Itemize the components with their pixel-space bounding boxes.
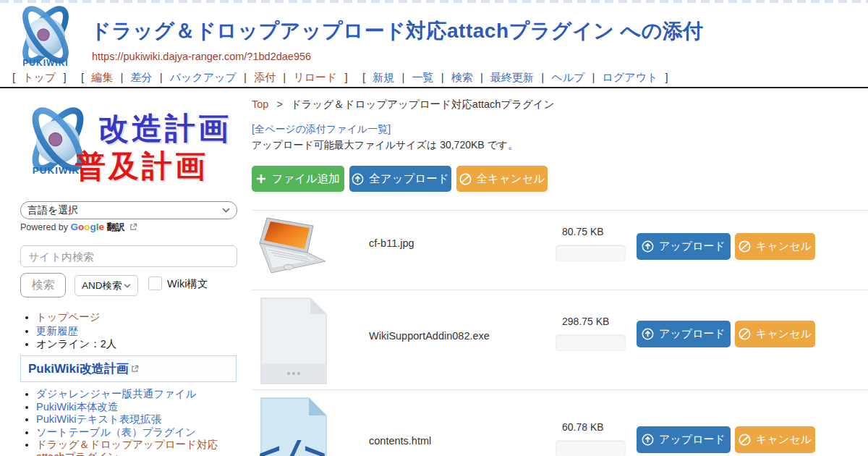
- upload-circle-icon: [642, 328, 654, 340]
- google-logo: o: [84, 221, 90, 232]
- max-upload-size-text: アップロード可能最大ファイルサイズは 30,720KB です。: [252, 139, 518, 152]
- project-box[interactable]: PukiWiki改造計画: [20, 355, 237, 382]
- sidebar-link-text-ext[interactable]: PukiWikiテキスト表現拡張: [36, 413, 161, 425]
- file-size: 60.78 KB: [562, 421, 604, 433]
- svg-text:PUKIWIKI: PUKIWIKI: [22, 58, 68, 68]
- nav-link-recent[interactable]: 最終更新: [490, 71, 534, 83]
- upload-file-button[interactable]: アップロード: [637, 233, 731, 260]
- nav-link-search[interactable]: 検索: [451, 71, 473, 83]
- external-link-icon: [131, 365, 139, 373]
- wiki-syntax-label: Wiki構文: [167, 277, 208, 291]
- list-item: ソートテーブル（表）プラグイン: [36, 426, 239, 439]
- cancel-all-button[interactable]: 全キャンセル: [456, 166, 548, 192]
- upload-circle-icon: [642, 240, 654, 253]
- upload-label: アップロード: [659, 240, 726, 253]
- cancel-circle-icon: [739, 240, 751, 253]
- search-button[interactable]: 検索: [20, 273, 66, 297]
- breadcrumb-separator: >: [276, 98, 282, 110]
- powered-by-text: Powered by: [20, 222, 68, 232]
- nav-pipe: |: [120, 71, 123, 83]
- nav-pipe: |: [160, 71, 163, 83]
- plus-icon: [256, 174, 266, 184]
- add-file-button[interactable]: ファイル追加: [252, 166, 344, 192]
- nav-pipe: |: [401, 71, 404, 83]
- file-name: WikiSupportAddin082.exe: [369, 330, 490, 342]
- upload-all-label: 全アップロード: [369, 172, 448, 187]
- sidebar-top-links: トップページ 更新履歴 オンライン：2人: [23, 311, 239, 352]
- nav-bracket: ]: [345, 71, 348, 83]
- top-navigation: [ トップ ] [ 編集 | 差分 | バックアップ | 添付 | リロード ]…: [10, 71, 671, 85]
- html-file-icon: </>: [257, 395, 329, 456]
- cancel-circle-icon: [739, 328, 751, 340]
- upload-all-button[interactable]: 全アップロード: [349, 166, 451, 192]
- cancel-label: キャンセル: [756, 327, 812, 341]
- nav-link-help[interactable]: ヘルプ: [551, 71, 584, 83]
- banner-text-fukyu: 普及計画: [75, 146, 208, 187]
- google-logo: G: [71, 221, 79, 232]
- nav-link-top[interactable]: トップ: [22, 71, 56, 83]
- file-size: 298.75 KB: [562, 316, 609, 327]
- pukiwiki-logo[interactable]: PUKIWIKI: [13, 4, 78, 74]
- search-mode-select[interactable]: AND検索: [75, 275, 138, 296]
- svg-text:</>: </>: [258, 433, 326, 456]
- nav-bracket: [: [81, 71, 84, 83]
- file-size: 80.75 KB: [562, 226, 604, 237]
- list-item: オンライン：2人: [36, 338, 239, 351]
- cancel-file-button[interactable]: キャンセル: [735, 233, 815, 260]
- file-row: WikiSupportAddin082.exe 298.75 KB アップロード…: [252, 290, 868, 389]
- file-name: cf-b11.jpg: [369, 237, 414, 249]
- cancel-file-button[interactable]: キャンセル: [735, 321, 815, 347]
- sidebar-link-toppage[interactable]: トップページ: [36, 311, 101, 323]
- wiki-syntax-checkbox[interactable]: [148, 276, 162, 290]
- site-search-input[interactable]: [20, 245, 237, 267]
- nav-bracket: ]: [665, 71, 668, 83]
- list-item: PukiWikiテキスト表現拡張: [36, 413, 239, 426]
- page-url-link[interactable]: https://pukiwiki.dajya-ranger.com/?1bd2d…: [92, 51, 311, 62]
- all-pages-attach-list-link[interactable]: [全ページの添付ファイル一覧]: [252, 123, 391, 136]
- nav-link-list[interactable]: 一覧: [412, 71, 434, 83]
- upload-label: アップロード: [659, 433, 726, 447]
- nav-link-edit[interactable]: 編集: [91, 71, 113, 83]
- atom-icon: PUKIWIKI: [13, 4, 78, 71]
- sidebar-link-sort-table[interactable]: ソートテーブル（表）プラグイン: [36, 426, 196, 438]
- nav-link-diff[interactable]: 差分: [131, 71, 153, 83]
- file-row: </> contents.html 60.78 KB アップロード キャンセル: [252, 389, 868, 456]
- cancel-file-button[interactable]: キャンセル: [735, 426, 815, 453]
- generic-file-icon: [257, 295, 329, 389]
- nav-bracket: [: [12, 71, 15, 83]
- upload-progress-bar: [556, 245, 626, 261]
- upload-file-button[interactable]: アップロード: [637, 321, 731, 347]
- cancel-all-label: 全キャンセル: [477, 172, 545, 187]
- list-item: トップページ: [36, 311, 239, 324]
- sidebar-link-common-files[interactable]: ダジャレンジャー版共通ファイル: [36, 388, 196, 400]
- chevron-down-icon: [124, 284, 131, 288]
- google-logo: g: [90, 221, 96, 232]
- chevron-down-icon: [222, 208, 230, 213]
- sidebar-link-dnd-attach[interactable]: ドラッグ＆ドロップアップロード対応attachプラグイン: [36, 439, 218, 456]
- sidebar-link-core-mod[interactable]: PukiWiki本体改造: [36, 401, 119, 413]
- cancel-label: キャンセル: [756, 433, 812, 447]
- sidebar-main-links: ダジャレンジャー版共通ファイル PukiWiki本体改造 PukiWikiテキス…: [23, 388, 239, 456]
- nav-link-reload[interactable]: リロード: [293, 71, 337, 83]
- upload-file-button[interactable]: アップロード: [637, 426, 731, 453]
- upload-label: アップロード: [659, 327, 726, 341]
- list-item: ダジャレンジャー版共通ファイル: [36, 388, 239, 400]
- file-row: cf-b11.jpg 80.75 KB アップロード キャンセル: [252, 210, 868, 290]
- upload-progress-bar: [556, 334, 626, 351]
- project-box-link[interactable]: PukiWiki改造計画: [28, 360, 129, 377]
- nav-link-logout[interactable]: ログアウト: [603, 71, 658, 83]
- language-select[interactable]: 言語を選択: [20, 201, 237, 219]
- upload-circle-icon: [642, 434, 654, 446]
- file-name: contents.html: [369, 435, 431, 447]
- nav-link-attach[interactable]: 添付: [254, 71, 276, 83]
- nav-link-new[interactable]: 新規: [373, 71, 394, 83]
- search-mode-value: AND検索: [82, 279, 122, 292]
- nav-link-backup[interactable]: バックアップ: [170, 71, 237, 83]
- banner-text-kaizo: 改造計画: [98, 109, 231, 149]
- sidebar-link-history[interactable]: 更新履歴: [36, 325, 78, 337]
- translate-link[interactable]: 翻訳: [107, 222, 125, 232]
- page-top-dashed-border: [0, 0, 868, 3]
- nav-pipe: |: [283, 71, 286, 83]
- breadcrumb-home-link[interactable]: Top: [252, 98, 268, 110]
- add-file-label: ファイル追加: [271, 172, 339, 187]
